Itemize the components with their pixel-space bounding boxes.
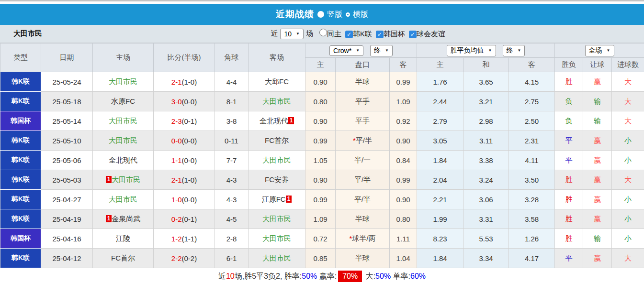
asia-home-odds-cell: 1.05 xyxy=(305,151,336,170)
team-name[interactable]: 水原FC xyxy=(111,97,135,105)
layout-radio-horizontal[interactable]: 横版 xyxy=(346,10,368,20)
competition-checkbox-label[interactable]: 同主 xyxy=(327,30,341,38)
corner-cell: 4-3 xyxy=(215,170,249,190)
home-team-cell: 全北现代 xyxy=(93,151,154,170)
team-name[interactable]: 全北现代 xyxy=(260,117,288,125)
checkbox-checked-icon[interactable]: ✓ xyxy=(409,31,417,38)
col-header-score: 比分(半场) xyxy=(154,44,215,72)
match-row: 韩国杯25-04-16江陵1-2(1-1)2-8大田市民0.72*球半/两1.1… xyxy=(0,229,644,249)
league-type-cell: 韩K联 xyxy=(0,131,41,151)
team-name[interactable]: 大田市民 xyxy=(262,215,291,223)
checkbox-unchecked-icon[interactable] xyxy=(319,29,327,36)
team-name[interactable]: 大田市民 xyxy=(262,254,291,262)
team-name[interactable]: 江陵 xyxy=(116,234,130,242)
outcome-cell: 胜 xyxy=(555,190,583,209)
checkbox-checked-icon[interactable]: ✓ xyxy=(345,31,353,38)
team-name[interactable]: 金泉尚武 xyxy=(112,215,140,223)
goals-result-cell: 小 xyxy=(612,190,644,209)
fulltime-score: 3-0 xyxy=(171,98,182,106)
euro-away-odds-cell: 3.50 xyxy=(509,170,555,190)
goals-result-cell: 小 xyxy=(612,131,644,151)
euro-draw-odds-cell: 3.34 xyxy=(463,249,509,268)
competition-checkbox-label[interactable]: 韩国杯 xyxy=(384,30,405,38)
europe-stage-select[interactable]: 终 ▼ xyxy=(503,45,525,56)
horizontal-layout-label[interactable]: 横版 xyxy=(353,10,368,20)
asia-away-odds-cell: 0.90 xyxy=(390,131,417,151)
team-name[interactable]: 江原FC xyxy=(262,195,286,203)
handicap-cell: 平/半 xyxy=(336,190,390,209)
team-name[interactable]: FC安养 xyxy=(265,175,289,184)
euro-home-odds-cell: 1.99 xyxy=(417,209,463,229)
score-cell: 1-1(0-0) xyxy=(154,151,215,170)
team-name[interactable]: 大田市民 xyxy=(262,234,291,242)
fulltime-score: 0-2 xyxy=(171,215,182,223)
team-name[interactable]: FC首尔 xyxy=(265,136,289,144)
europe-stage-select-value: 终 xyxy=(507,46,513,55)
euro-home-odds-cell: 2.44 xyxy=(417,92,463,111)
vertical-layout-label[interactable]: 竖版 xyxy=(327,10,342,20)
league-type-cell: 韩K联 xyxy=(0,72,41,92)
radio-unselected-icon[interactable] xyxy=(346,12,350,17)
match-row: 韩K联25-05-06全北现代1-1(0-0)7-7大田市民1.05半/一0.8… xyxy=(0,151,644,170)
summary-segment: 胜率: xyxy=(284,272,302,282)
team-name[interactable]: 大田市民 xyxy=(109,77,137,86)
title-bar: 近期战绩 竖版 横版 xyxy=(0,4,644,25)
result-header-band: 全场 ▼ xyxy=(555,44,644,58)
league-type-cell: 韩K联 xyxy=(0,249,41,268)
halftime-score: (0-1) xyxy=(182,215,197,223)
handicap-result-cell: 输 xyxy=(583,92,612,111)
layout-radio-vertical[interactable]: 竖版 xyxy=(317,10,342,20)
team-name[interactable]: 大田市民 xyxy=(109,195,137,203)
handicap-result-cell: 赢 xyxy=(583,72,612,92)
euro-draw-odds-cell: 5.53 xyxy=(463,229,509,249)
euro-home-odds-cell: 1.84 xyxy=(417,249,463,268)
competition-checkbox-label[interactable]: 韩K联 xyxy=(353,30,372,38)
euro-away-odds-cell: 3.28 xyxy=(509,190,555,209)
halftime-score: (1-0) xyxy=(182,176,197,184)
scope-select-value: 全场 xyxy=(589,46,602,55)
goals-result-cell: 大 xyxy=(612,249,644,268)
goals-result-cell: 小 xyxy=(612,151,644,170)
europe-odds-select[interactable]: 胜平负均值 ▼ xyxy=(447,45,496,56)
match-row: 韩K联25-04-12FC首尔2-2(0-2)6-1大田市民0.85半球1.04… xyxy=(0,249,644,268)
halftime-score: (0-0) xyxy=(182,196,197,204)
handicap-text: 半球 xyxy=(355,254,370,262)
bookmaker-select[interactable]: Crow* ▼ xyxy=(329,45,363,56)
corner-cell: 8-1 xyxy=(215,92,249,111)
away-team-cell: 大田市民 xyxy=(249,209,305,229)
euro-away-odds-cell: 4.11 xyxy=(509,151,555,170)
corner-cell: 4-4 xyxy=(215,72,249,92)
team-name[interactable]: 大田市民 xyxy=(112,175,140,184)
checkbox-checked-icon[interactable]: ✓ xyxy=(376,31,384,38)
scope-select[interactable]: 全场 ▼ xyxy=(585,45,614,56)
team-name[interactable]: FC首尔 xyxy=(111,254,135,262)
home-team-cell: 大田市民 xyxy=(93,111,154,131)
score-cell: 2-3(0-1) xyxy=(154,111,215,131)
handicap-result-cell: 赢 xyxy=(583,170,612,190)
handicap-result-cell: 赢 xyxy=(583,151,612,170)
asia-away-odds-cell: 0.99 xyxy=(390,72,417,92)
subcol-asia-home: 主 xyxy=(305,58,336,72)
team-name[interactable]: 大邱FC xyxy=(265,77,289,86)
match-count-select[interactable]: 10 ▼ xyxy=(280,29,304,39)
halftime-score: (0-0) xyxy=(182,98,197,106)
match-date-cell: 25-05-14 xyxy=(41,111,93,131)
team-name[interactable]: 大田市民 xyxy=(109,136,137,144)
radio-selected-icon[interactable] xyxy=(317,11,324,18)
handicap-cell: 平/半 xyxy=(336,170,390,190)
goals-result-cell: 大 xyxy=(612,72,644,92)
asia-stage-select[interactable]: 终 ▼ xyxy=(370,45,393,56)
competition-checkbox-group: 同主✓韩K联✓韩国杯✓球会友谊 xyxy=(316,29,445,39)
chevron-down-icon: ▼ xyxy=(607,48,610,53)
competition-checkbox-label[interactable]: 球会友谊 xyxy=(417,30,445,38)
handicap-text: 半/一 xyxy=(354,156,371,164)
team-name[interactable]: 全北现代 xyxy=(109,156,137,164)
team-name[interactable]: 大田市民 xyxy=(109,117,137,125)
away-team-cell: 大田市民 xyxy=(249,151,305,170)
team-name[interactable]: 大田市民 xyxy=(262,156,291,164)
score-cell: 3-0(0-0) xyxy=(154,92,215,111)
chevron-down-icon: ▼ xyxy=(518,48,521,53)
team-name[interactable]: 大田市民 xyxy=(262,97,291,105)
team-name-heading: 大田市民 xyxy=(0,29,42,38)
asia-home-odds-cell: 0.99 xyxy=(305,131,336,151)
